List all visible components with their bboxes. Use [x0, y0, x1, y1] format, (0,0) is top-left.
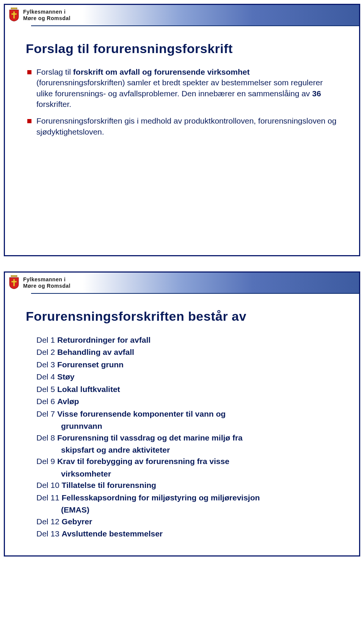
part-name: Behandling av avfall	[57, 348, 134, 356]
bullet-item: Forurensningsforskriften gis i medhold a…	[26, 116, 338, 137]
part-name: Forurenset grunn	[57, 360, 124, 369]
part-row: Del 7 Visse forurensende komponenter til…	[36, 408, 338, 420]
part-num: Del 1	[36, 336, 55, 344]
slide-body: Forurensningsforskriften består av Del 1…	[5, 294, 359, 555]
crest-icon	[8, 275, 20, 290]
org-line2: Møre og Romsdal	[23, 283, 71, 290]
slide-title: Forslag til forurensningsforskrift	[26, 41, 338, 56]
part-sub: virksomheter	[36, 468, 338, 480]
part-num: Del 3	[36, 360, 55, 369]
bullet-item: Forslag til forskrift om avfall og forur…	[26, 67, 338, 110]
part-name: Støy	[57, 372, 75, 381]
bullet-list: Forslag til forskrift om avfall og forur…	[26, 67, 338, 137]
part-row: Del 11 Fellesskapsordning for miljøstyri…	[36, 492, 338, 503]
part-row: Del 9 Krav til forebygging av forurensni…	[36, 456, 338, 467]
part-num: Del 2	[36, 348, 55, 356]
part-row: Del 6 Avløp	[36, 396, 338, 407]
bullet-text: Forurensningsforskriften gis i medhold a…	[36, 116, 336, 136]
org-name: Fylkesmannen i Møre og Romsdal	[23, 9, 71, 22]
part-row: Del 10 Tillatelse til forurensning	[36, 480, 338, 491]
bullet-count: 36	[312, 89, 321, 98]
part-row: Del 5 Lokal luftkvalitet	[36, 384, 338, 395]
org-line1: Fylkesmannen i	[23, 9, 71, 16]
part-num: Del 9	[36, 457, 55, 466]
parts-list: Del 1 Returordninger for avfall Del 2 Be…	[26, 334, 338, 539]
part-row: Del 2 Behandling av avfall	[36, 346, 338, 358]
part-name: Visse forurensende komponenter til vann …	[57, 409, 226, 418]
part-name: Gebyrer	[62, 517, 93, 526]
slide-header: Fylkesmannen i Møre og Romsdal	[5, 273, 359, 294]
part-name: Tillatelse til forurensning	[62, 481, 156, 489]
part-sub: skipsfart og andre aktiviteter	[36, 444, 338, 456]
svg-rect-0	[11, 8, 17, 9]
page: Fylkesmannen i Møre og Romsdal Forslag t…	[0, 4, 364, 557]
slide-1: Fylkesmannen i Møre og Romsdal Forslag t…	[4, 4, 360, 256]
bullet-rest: (forurensningsforskriften) samler et bre…	[36, 78, 323, 97]
slide-2: Fylkesmannen i Møre og Romsdal Forurensn…	[4, 271, 360, 557]
slide-header: Fylkesmannen i Møre og Romsdal	[5, 5, 359, 26]
header-tab	[5, 293, 31, 301]
org-name: Fylkesmannen i Møre og Romsdal	[23, 276, 71, 290]
part-name: Forurensning til vassdrag og det marine …	[57, 433, 243, 442]
org-line2: Møre og Romsdal	[23, 15, 71, 22]
slide-title: Forurensningsforskriften består av	[26, 309, 338, 324]
crest-icon	[8, 8, 20, 23]
part-row: Del 12 Gebyrer	[36, 516, 338, 527]
part-row: Del 8 Forurensning til vassdrag og det m…	[36, 432, 338, 444]
slide-body: Forslag til forurensningsforskrift Forsl…	[5, 26, 359, 158]
part-num: Del 7	[36, 409, 55, 418]
part-row: Del 1 Returordninger for avfall	[36, 334, 338, 346]
part-num: Del 13	[36, 529, 60, 538]
part-row: Del 13 Avsluttende bestemmelser	[36, 528, 338, 539]
bullet-tail: forskrifter.	[36, 100, 71, 108]
svg-rect-1	[11, 275, 17, 277]
part-name: Krav til forebygging av forurensning fra…	[57, 457, 229, 466]
part-row: Del 3 Forurenset grunn	[36, 359, 338, 370]
part-name: Lokal luftkvalitet	[57, 385, 120, 394]
bullet-prefix: Forslag til	[36, 67, 73, 76]
part-name: Returordninger for avfall	[57, 336, 151, 344]
part-num: Del 11	[36, 493, 60, 502]
part-num: Del 6	[36, 397, 55, 406]
part-num: Del 4	[36, 372, 55, 381]
part-name: Fellesskapsordning for miljøstyring og m…	[62, 493, 260, 502]
part-name: Avløp	[57, 397, 79, 406]
part-num: Del 5	[36, 385, 55, 394]
part-num: Del 10	[36, 481, 60, 489]
part-sub: (EMAS)	[36, 504, 338, 516]
part-num: Del 8	[36, 433, 55, 442]
part-row: Del 4 Støy	[36, 371, 338, 383]
org-line1: Fylkesmannen i	[23, 276, 71, 283]
bullet-bold: forskrift om avfall og forurensende virk…	[73, 67, 250, 76]
part-sub: grunnvann	[36, 420, 338, 432]
part-name: Avsluttende bestemmelser	[62, 529, 163, 538]
part-num: Del 12	[36, 517, 60, 526]
header-tab	[5, 25, 31, 33]
